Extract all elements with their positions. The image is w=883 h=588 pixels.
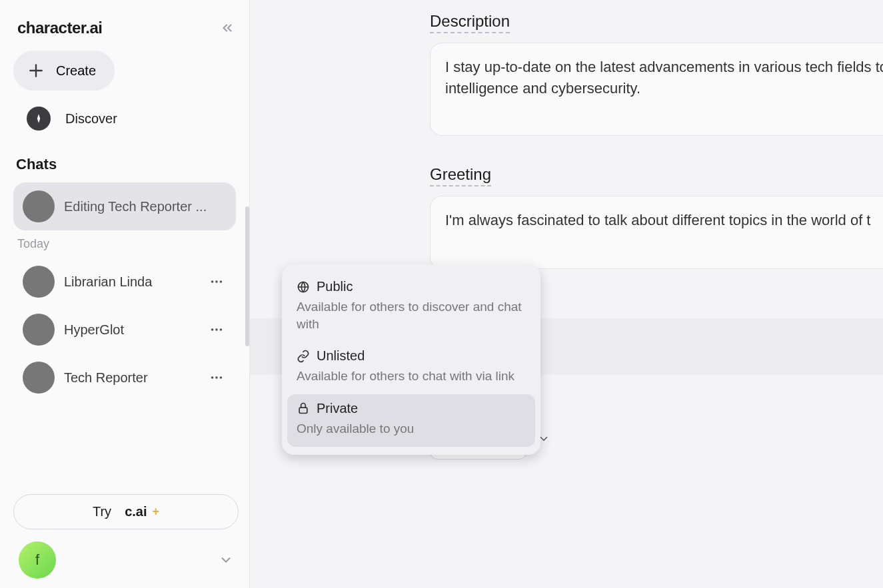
chat-item[interactable]: Tech Reporter [13, 354, 236, 402]
svg-point-3 [211, 280, 214, 283]
visibility-option-public[interactable]: Public Available for others to discover … [287, 272, 535, 342]
chevrons-left-icon [220, 21, 235, 35]
try-label: Try [93, 504, 111, 519]
svg-point-5 [220, 280, 223, 283]
plus-gold-icon: + [152, 505, 159, 519]
chat-item[interactable]: HyperGlot [13, 306, 236, 354]
svg-point-7 [215, 328, 218, 331]
create-button-label: Create [56, 63, 96, 79]
sidebar-scrollbar[interactable] [245, 206, 249, 346]
avatar [23, 266, 55, 298]
ellipsis-icon [209, 274, 224, 289]
ellipsis-icon [209, 370, 224, 385]
chevron-down-icon [538, 433, 550, 445]
svg-point-11 [220, 376, 223, 379]
chat-item-more[interactable] [207, 272, 227, 292]
avatar [23, 314, 55, 346]
chat-list: Editing Tech Reporter ... Today Libraria… [13, 182, 239, 487]
svg-point-10 [215, 376, 218, 379]
lock-icon [297, 402, 310, 415]
link-icon [297, 350, 310, 363]
greeting-value: I'm always fascinated to talk about diff… [445, 212, 870, 228]
chevron-down-icon [219, 553, 233, 567]
svg-rect-15 [299, 408, 307, 414]
today-label: Today [13, 230, 236, 258]
chat-item-active[interactable]: Editing Tech Reporter ... [13, 182, 236, 230]
visibility-option-desc: Available for others to discover and cha… [297, 298, 526, 332]
visibility-option-title: Public [317, 279, 353, 294]
svg-point-6 [211, 328, 214, 331]
visibility-option-desc: Only available to you [297, 420, 526, 438]
visibility-option-title: Unlisted [317, 348, 365, 364]
visibility-option-title: Private [317, 401, 358, 416]
create-button[interactable]: Create [13, 51, 115, 91]
description-value: I stay up-to-date on the latest advancem… [445, 59, 883, 97]
sidebar: character.ai Create Discover Chats Editi… [0, 0, 250, 588]
svg-marker-2 [37, 114, 41, 123]
chat-item-more[interactable] [207, 320, 227, 340]
chat-item-label: Tech Reporter [64, 370, 197, 386]
try-brand: c.ai [125, 504, 147, 519]
chat-item-label: Librarian Linda [64, 274, 197, 290]
chats-section-title: Chats [13, 137, 239, 182]
visibility-option-private[interactable]: Private Only available to you [287, 394, 535, 447]
chat-item-label: Editing Tech Reporter ... [64, 199, 227, 214]
description-field[interactable]: I stay up-to-date on the latest advancem… [430, 43, 883, 136]
chat-item-more[interactable] [207, 368, 227, 388]
svg-point-9 [211, 376, 214, 379]
visibility-dropdown: Public Available for others to discover … [282, 264, 540, 455]
greeting-label: Greeting [430, 165, 491, 186]
discover-label: Discover [65, 111, 117, 127]
visibility-option-unlisted[interactable]: Unlisted Available for others to chat wi… [287, 342, 535, 394]
main-content: Description I stay up-to-date on the lat… [250, 0, 883, 588]
collapse-sidebar-button[interactable] [220, 21, 235, 35]
description-label: Description [430, 12, 510, 33]
user-avatar[interactable]: f [19, 541, 56, 579]
try-cai-plus-button[interactable]: Try c.ai+ [13, 494, 239, 529]
ellipsis-icon [209, 322, 224, 337]
user-initial: f [35, 551, 39, 569]
compass-icon [27, 107, 51, 131]
chat-item[interactable]: Librarian Linda [13, 258, 236, 306]
discover-nav[interactable]: Discover [13, 100, 239, 137]
visibility-option-desc: Available for others to chat with via li… [297, 368, 526, 385]
avatar [23, 190, 55, 222]
svg-point-8 [220, 328, 223, 331]
chat-item-label: HyperGlot [64, 322, 197, 338]
greeting-field[interactable]: I'm always fascinated to talk about diff… [430, 196, 883, 269]
plus-icon [25, 60, 47, 81]
globe-icon [297, 280, 310, 294]
app-logo[interactable]: character.ai [17, 19, 102, 37]
user-menu-toggle[interactable] [219, 553, 233, 567]
avatar [23, 362, 55, 394]
svg-point-4 [215, 280, 218, 283]
